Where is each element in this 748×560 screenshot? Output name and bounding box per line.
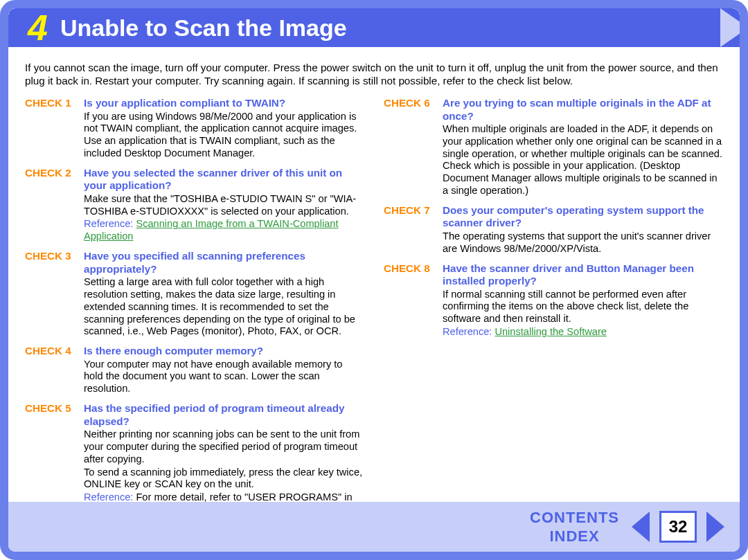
check-body: If normal scanning still cannot be perfo… bbox=[443, 289, 723, 325]
page-frame: 4 Unable to Scan the Image If you cannot… bbox=[0, 0, 748, 560]
left-column: CHECK 1 Is your application compliant to… bbox=[25, 97, 364, 523]
check-question: Have the scanner driver and Button Manag… bbox=[443, 262, 723, 288]
check1: CHECK 1 Is your application compliant to… bbox=[25, 97, 364, 160]
check-question: Is your application compliant to TWAIN? bbox=[84, 97, 285, 110]
title-arrow-decoration bbox=[720, 8, 748, 47]
check4: CHECK 4 Is there enough computer memory?… bbox=[25, 345, 364, 395]
check-question: Is there enough computer memory? bbox=[84, 345, 263, 358]
check7: CHECK 7 Does your computer's operating s… bbox=[384, 204, 723, 255]
check-question: Has the specified period of program time… bbox=[84, 402, 364, 428]
check-label: CHECK 8 bbox=[384, 262, 443, 274]
check-question: Have you selected the scanner driver of … bbox=[84, 167, 364, 192]
check-question: Have you specified all scanning preferen… bbox=[84, 250, 364, 276]
check-label: CHECK 7 bbox=[384, 204, 443, 216]
next-page-arrow-icon[interactable] bbox=[706, 512, 724, 542]
check-label: CHECK 2 bbox=[25, 167, 84, 179]
reference-line: Reference: Scanning an Image from a TWAI… bbox=[84, 218, 364, 243]
chapter-number: 4 bbox=[28, 7, 48, 48]
right-column: CHECK 6 Are you trying to scan multiple … bbox=[384, 97, 723, 523]
columns: CHECK 1 Is your application compliant to… bbox=[25, 97, 723, 523]
check-label: CHECK 4 bbox=[25, 345, 84, 356]
check-body: If you are using Windows 98/Me/2000 and … bbox=[84, 111, 364, 160]
contents-link[interactable]: CONTENTS bbox=[530, 508, 619, 527]
prev-page-arrow-icon[interactable] bbox=[632, 512, 650, 542]
check-question: Does your computer's operating system su… bbox=[443, 204, 723, 230]
check5: CHECK 5 Has the specified period of prog… bbox=[25, 402, 364, 516]
check6: CHECK 6 Are you trying to scan multiple … bbox=[384, 97, 723, 197]
page-title: Unable to Scan the Image bbox=[60, 15, 347, 42]
check-label: CHECK 6 bbox=[384, 97, 443, 109]
check3: CHECK 3 Have you specified all scanning … bbox=[25, 250, 364, 338]
page-number: 32 bbox=[659, 511, 697, 543]
reference-label: Reference: bbox=[84, 491, 133, 503]
check-label: CHECK 3 bbox=[25, 250, 84, 262]
index-link[interactable]: INDEX bbox=[549, 527, 599, 546]
check-body: Make sure that the "TOSHIBA e-STUDIO TWA… bbox=[84, 193, 364, 218]
check-question: Are you trying to scan multiple original… bbox=[443, 97, 723, 123]
check8: CHECK 8 Have the scanner driver and Butt… bbox=[384, 262, 723, 338]
nav-links: CONTENTS INDEX bbox=[530, 508, 619, 546]
check2: CHECK 2 Have you selected the scanner dr… bbox=[25, 167, 364, 243]
title-bar: 4 Unable to Scan the Image bbox=[8, 8, 740, 47]
nav-bar: CONTENTS INDEX 32 bbox=[8, 502, 740, 552]
check-body: The operating systems that support the u… bbox=[443, 231, 723, 255]
check-body: Your computer may not have enough availa… bbox=[84, 359, 364, 395]
check-body: When multiple originals are loaded in th… bbox=[443, 123, 723, 197]
check-body-2: To send a scanning job immediately, pres… bbox=[84, 467, 364, 491]
reference-link[interactable]: Uninstalling the Software bbox=[495, 326, 606, 337]
check-body: Setting a large area with full color tog… bbox=[84, 276, 364, 338]
intro-paragraph: If you cannot scan the image, turn off y… bbox=[25, 61, 723, 87]
reference-line: Reference: Uninstalling the Software bbox=[443, 326, 723, 338]
reference-label: Reference: bbox=[443, 326, 492, 337]
content-area: If you cannot scan the image, turn off y… bbox=[8, 47, 740, 560]
check-label: CHECK 1 bbox=[25, 97, 84, 109]
reference-label: Reference: bbox=[84, 218, 133, 229]
check-label: CHECK 5 bbox=[25, 402, 84, 414]
check-body: Neither printing nor scanning jobs can b… bbox=[84, 428, 364, 465]
